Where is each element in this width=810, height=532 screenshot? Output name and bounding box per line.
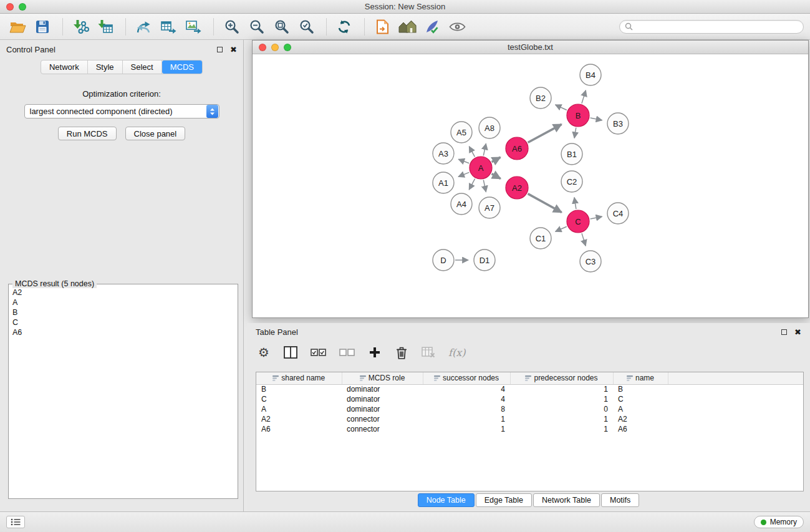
edge-A-A6[interactable] xyxy=(492,157,501,162)
tab-network-table[interactable]: Network Table xyxy=(533,493,600,507)
table-cell: 4 xyxy=(423,384,510,394)
optimization-criterion-select[interactable]: largest connected component (directed) xyxy=(24,104,219,118)
table-row[interactable]: A2connector11A2 xyxy=(256,414,803,424)
attribute-icon xyxy=(360,374,366,383)
import-table-icon[interactable] xyxy=(94,16,117,37)
mcds-result-item[interactable]: B xyxy=(12,307,234,317)
table-panel-tabs: Node TableEdge TableNetwork TableMotifs xyxy=(247,493,810,507)
table-row[interactable]: Adominator80A xyxy=(256,404,803,414)
mcds-result-item[interactable]: A xyxy=(12,297,234,307)
save-session-icon[interactable] xyxy=(31,16,54,37)
edge-B-B3[interactable] xyxy=(591,118,602,120)
edge-A-A7[interactable] xyxy=(483,180,486,192)
table-row[interactable]: A6connector11A6 xyxy=(256,424,803,434)
memory-button[interactable]: Memory xyxy=(754,516,804,528)
mcds-result-list[interactable]: A2ABCA6 xyxy=(9,284,238,498)
mcds-result-item[interactable]: A2 xyxy=(12,288,234,297)
tab-style[interactable]: Style xyxy=(88,60,123,74)
mcds-result-item[interactable]: C xyxy=(12,317,234,327)
column-header-shared-name[interactable]: shared name xyxy=(256,372,342,384)
zoom-in-icon[interactable] xyxy=(220,16,243,37)
search-input[interactable] xyxy=(637,22,798,31)
network-canvas[interactable]: AA6A2BCA1A3A4A5A7A8B1B2B3B4C1C2C3C4DD1 xyxy=(253,54,808,317)
table-panel: Table Panel ✖ ⚙ f(x) shared nameMCDS rol… xyxy=(247,323,810,511)
show-graphics-details-icon[interactable] xyxy=(446,16,468,37)
tab-motifs[interactable]: Motifs xyxy=(601,493,639,507)
column-header-predecessor-nodes[interactable]: predecessor nodes xyxy=(510,372,613,384)
float-table-panel-icon[interactable] xyxy=(781,329,787,335)
table-cell-filler xyxy=(668,394,803,404)
titlebar: Session: New Session xyxy=(0,0,810,14)
table-cell: connector xyxy=(342,414,423,424)
import-network-icon[interactable] xyxy=(69,16,92,37)
clear-selection-icon[interactable] xyxy=(339,345,355,360)
zoom-out-icon[interactable] xyxy=(245,16,268,37)
table-cell: 8 xyxy=(423,404,510,414)
table-row[interactable]: Cdominator41C xyxy=(256,394,803,404)
welcome-screen-icon[interactable] xyxy=(396,16,418,37)
zoom-fit-icon[interactable] xyxy=(270,16,292,37)
edge-C-C3[interactable] xyxy=(582,233,586,246)
tab-network[interactable]: Network xyxy=(41,60,88,74)
select-all-icon[interactable] xyxy=(311,345,326,360)
annotation-icon[interactable] xyxy=(421,16,443,37)
close-window-button[interactable] xyxy=(6,3,14,11)
close-table-panel-icon[interactable]: ✖ xyxy=(794,328,801,336)
column-header-name[interactable]: name xyxy=(613,372,668,384)
mcds-result-groupbox: MCDS result (5 nodes) A2ABCA6 xyxy=(8,284,238,499)
settings-icon[interactable]: ⚙ xyxy=(257,345,271,360)
column-layout-icon[interactable] xyxy=(284,345,297,360)
edge-C-C1[interactable] xyxy=(556,226,567,231)
edge-A-A8[interactable] xyxy=(483,143,486,155)
network-minimize-button[interactable] xyxy=(271,44,279,51)
tab-mcds[interactable]: MCDS xyxy=(162,60,202,74)
optimization-criterion-label: Optimization criterion: xyxy=(0,89,243,99)
edge-A-A5[interactable] xyxy=(469,147,475,157)
tab-edge-table[interactable]: Edge Table xyxy=(476,493,532,507)
close-panel-icon[interactable]: ✖ xyxy=(230,46,237,54)
edge-B-B1[interactable] xyxy=(574,128,576,138)
edge-A2-C[interactable] xyxy=(528,194,562,213)
window-controls xyxy=(6,3,26,11)
network-window-titlebar[interactable]: testGlobe.txt xyxy=(253,41,808,54)
run-mcds-button[interactable]: Run MCDS xyxy=(58,127,117,140)
add-row-icon[interactable] xyxy=(368,345,382,360)
edge-C-C2[interactable] xyxy=(574,198,576,210)
column-header-MCDS-role[interactable]: MCDS role xyxy=(342,372,423,384)
delete-row-icon[interactable] xyxy=(395,345,408,360)
tab-select[interactable]: Select xyxy=(123,60,162,74)
main-toolbar xyxy=(0,14,810,40)
zoom-selected-icon[interactable] xyxy=(295,16,317,37)
mcds-result-item[interactable]: A6 xyxy=(12,327,234,337)
network-close-button[interactable] xyxy=(259,44,266,51)
export-table-icon[interactable] xyxy=(157,16,180,37)
edge-A-A2[interactable] xyxy=(492,174,501,179)
export-network-icon[interactable] xyxy=(132,16,155,37)
edge-A-A3[interactable] xyxy=(458,159,469,163)
edge-B-B2[interactable] xyxy=(556,105,567,110)
mcds-result-title: MCDS result (5 nodes) xyxy=(12,279,97,288)
column-header-successor-nodes[interactable]: successor nodes xyxy=(423,372,510,384)
table-cell: A xyxy=(613,404,668,414)
node-table[interactable]: shared nameMCDS rolesuccessor nodesprede… xyxy=(256,372,804,491)
new-session-document-icon[interactable] xyxy=(371,16,393,37)
zoom-window-button[interactable] xyxy=(19,3,26,11)
tab-node-table[interactable]: Node Table xyxy=(418,493,475,507)
task-history-icon[interactable] xyxy=(6,516,25,528)
network-zoom-button[interactable] xyxy=(284,44,291,51)
column-header-label: shared name xyxy=(281,374,325,382)
edge-A-A1[interactable] xyxy=(458,172,469,177)
edge-A-A4[interactable] xyxy=(469,179,475,190)
edge-A6-B[interactable] xyxy=(528,124,562,142)
table-toolbar: ⚙ f(x) xyxy=(247,341,810,364)
refresh-view-icon[interactable] xyxy=(333,16,355,37)
open-file-icon[interactable] xyxy=(6,16,29,37)
float-panel-icon[interactable] xyxy=(217,47,223,52)
table-row[interactable]: Bdominator41B xyxy=(256,384,803,394)
search-field[interactable] xyxy=(619,20,804,34)
table-cell: C xyxy=(613,394,668,404)
close-panel-button[interactable]: Close panel xyxy=(125,127,186,140)
edge-C-C4[interactable] xyxy=(591,216,602,219)
export-image-icon[interactable] xyxy=(182,16,205,37)
edge-B-B4[interactable] xyxy=(582,90,586,104)
